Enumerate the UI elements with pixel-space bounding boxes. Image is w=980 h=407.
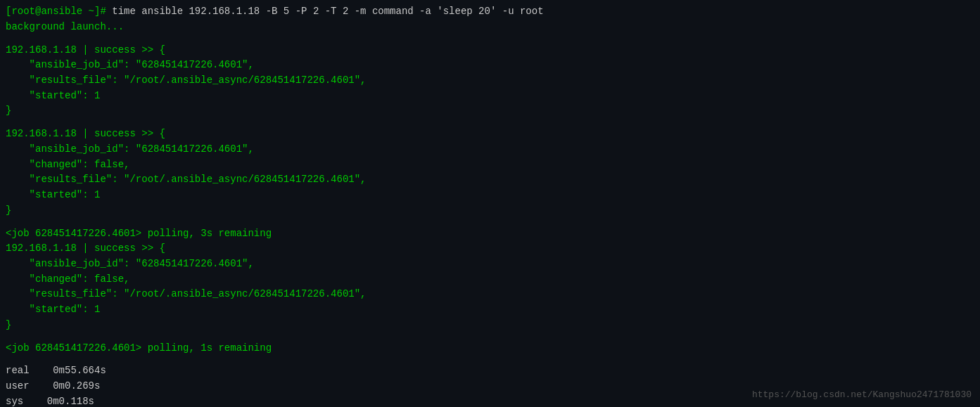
- terminal-line: 192.168.1.18 | success >> {: [6, 241, 974, 257]
- terminal-line: [6, 332, 974, 340]
- watermark: https://blog.csdn.net/Kangshuo2471781030: [752, 389, 972, 400]
- terminal-window: [root@ansible ~]# time ansible 192.168.1…: [0, 0, 980, 407]
- terminal-line: }: [6, 103, 974, 119]
- terminal-line: <job 628451417226.4601> polling, 3s rema…: [6, 226, 974, 242]
- terminal-line: <job 628451417226.4601> polling, 1s rema…: [6, 341, 974, 356]
- terminal-line: [6, 34, 974, 42]
- terminal-line: 192.168.1.18 | success >> {: [6, 127, 974, 142]
- terminal-line: "started": 1: [6, 89, 974, 104]
- terminal-line: "changed": false,: [6, 157, 974, 173]
- terminal-line: "results_file": "/root/.ansible_async/62…: [6, 172, 974, 188]
- terminal-line: "results_file": "/root/.ansible_async/62…: [6, 287, 974, 302]
- terminal-line: "ansible_job_id": "628451417226.4601",: [6, 142, 974, 157]
- terminal-line: [6, 218, 974, 226]
- terminal-line: "ansible_job_id": "628451417226.4601",: [6, 58, 974, 73]
- terminal-output: [root@ansible ~]# time ansible 192.168.1…: [6, 4, 974, 407]
- terminal-line: background launch...: [6, 20, 974, 35]
- terminal-line: "started": 1: [6, 188, 974, 203]
- terminal-line: [6, 356, 974, 363]
- terminal-line: real 0m55.664s: [6, 363, 974, 379]
- terminal-line: [6, 119, 974, 127]
- terminal-line: "ansible_job_id": "628451417226.4601",: [6, 257, 974, 272]
- terminal-line: }: [6, 318, 974, 333]
- terminal-line: [root@ansible ~]# time ansible 192.168.1…: [6, 4, 974, 20]
- terminal-line: "changed": false,: [6, 272, 974, 288]
- terminal-line: "results_file": "/root/.ansible_async/62…: [6, 73, 974, 89]
- terminal-line: 192.168.1.18 | success >> {: [6, 43, 974, 58]
- terminal-line: }: [6, 203, 974, 219]
- terminal-line: "started": 1: [6, 302, 974, 318]
